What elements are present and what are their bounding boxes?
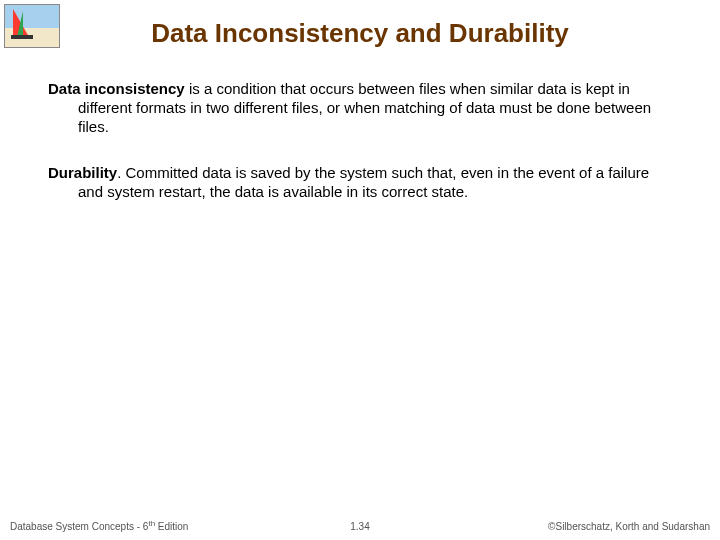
term: Data inconsistency (48, 80, 185, 97)
term: Durability (48, 164, 117, 181)
paragraph: Data inconsistency is a condition that o… (48, 80, 672, 136)
definition-text: . Committed data is saved by the system … (78, 164, 649, 200)
slide-body: Data inconsistency is a condition that o… (48, 80, 672, 230)
footer-copyright: ©Silberschatz, Korth and Sudarshan (548, 521, 710, 532)
paragraph: Durability. Committed data is saved by t… (48, 164, 672, 202)
slide-title: Data Inconsistency and Durability (0, 18, 720, 49)
